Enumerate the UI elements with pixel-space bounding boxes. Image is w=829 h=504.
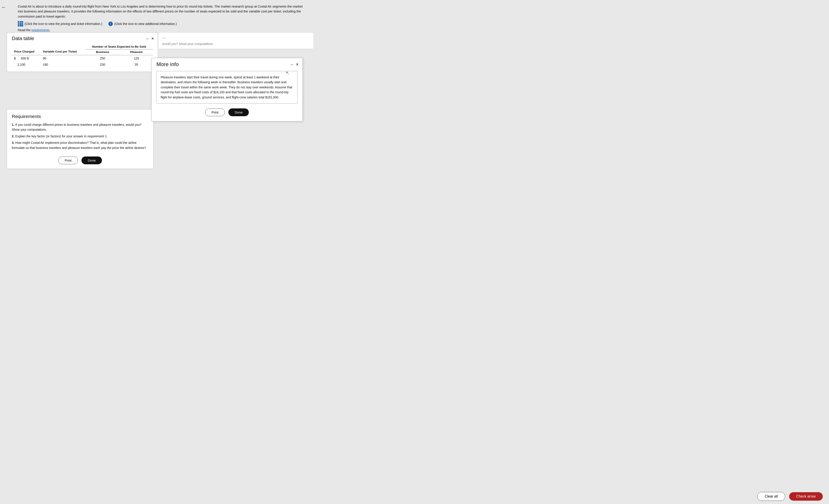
row2-var-cost: 180 [41, 62, 85, 68]
clear-all-button[interactable]: Clear all [757, 492, 785, 501]
row1-price: $ 600 $ [12, 55, 41, 62]
req-item-2: 2. Explain the key factor (or factors) f… [12, 134, 148, 139]
table-row: 2,100 180 230 35 [12, 62, 153, 68]
more-info-controls: – × [291, 62, 298, 67]
more-info-modal: More info – × ↖ Pleasure travelers start… [151, 58, 303, 121]
req-item-1: 1. If you could charge different prices … [12, 122, 148, 132]
more-info-title: More info [156, 61, 179, 67]
more-info-body: Pleasure travelers start their travel du… [151, 69, 302, 121]
data-table-content: Price Charged Variable Cost per Ticket N… [7, 44, 158, 72]
col-seats-header: Number of Seats Expected to Be Sold [85, 44, 153, 49]
data-table-title: Data table [12, 36, 34, 41]
background-panel: ··· would you? Show your computations [158, 32, 314, 49]
more-info-text-box: Pleasure travelers start their travel du… [156, 71, 297, 104]
additional-info-icon-btn[interactable]: i (Click the icon to view additional inf… [108, 22, 177, 27]
data-table-minimize[interactable]: – [146, 37, 148, 40]
col-price-header: Price Charged [12, 44, 41, 55]
col-var-cost-header: Variable Cost per Ticket [41, 44, 85, 55]
intro-text: Costal Air is about to introduce a daily… [18, 4, 305, 33]
pricing-icon-btn[interactable]: (Click the icon to view the pricing and … [18, 21, 102, 27]
req-item-3: 3. How might Costal Air implement price … [12, 140, 148, 150]
cursor-indicator: ↖ [286, 70, 289, 75]
data-table-modal: Data table – × Price Charged Variable Co… [7, 32, 158, 72]
more-info-minimize[interactable]: – [291, 62, 293, 66]
bg-panel-header: ··· [162, 36, 310, 40]
more-info-header: More info – × [151, 58, 302, 69]
back-arrow[interactable]: ← [1, 4, 6, 10]
row1-var-cost: 90 [41, 55, 85, 62]
table-row: $ 600 $ 90 250 125 [12, 55, 153, 62]
check-answer-button[interactable]: Check answ [789, 492, 823, 501]
requirements-title: Requirements [12, 114, 148, 119]
data-table-controls: – × [146, 36, 154, 41]
bg-panel-menu[interactable]: ··· [162, 36, 166, 40]
data-table-close[interactable]: × [151, 36, 154, 41]
requirements-print-button[interactable]: Print [58, 156, 78, 164]
row1-pleasure: 125 [120, 55, 153, 62]
data-table-header: Data table – × [7, 33, 158, 44]
row2-business: 230 [85, 62, 120, 68]
row2-pleasure: 35 [120, 62, 153, 68]
requirements-buttons: Print Done [12, 156, 148, 164]
more-info-print-button[interactable]: Print [205, 108, 225, 116]
requirements-done-button[interactable]: Done [81, 156, 102, 164]
col-business-header: Business [85, 49, 120, 55]
pricing-table: Price Charged Variable Cost per Ticket N… [12, 44, 153, 68]
col-pleasure-header: Pleasure [120, 49, 153, 55]
grid-icon [18, 21, 23, 27]
requirements-link[interactable]: requirements [31, 28, 50, 32]
requirements-modal: Requirements 1. If you could charge diff… [7, 109, 153, 169]
more-info-close[interactable]: × [296, 62, 298, 67]
requirements-list: 1. If you could charge different prices … [12, 122, 148, 150]
row1-business: 250 [85, 55, 120, 62]
bottom-bar: Clear all Check answ [0, 489, 829, 504]
info-icon: i [108, 22, 113, 26]
more-info-buttons: Print Done [156, 108, 297, 116]
more-info-done-button[interactable]: Done [228, 108, 249, 116]
bg-panel-text: would you? Show your computations [162, 42, 310, 46]
read-requirements-text: Read the requirements. [18, 28, 305, 33]
row2-price: 2,100 [12, 62, 41, 68]
